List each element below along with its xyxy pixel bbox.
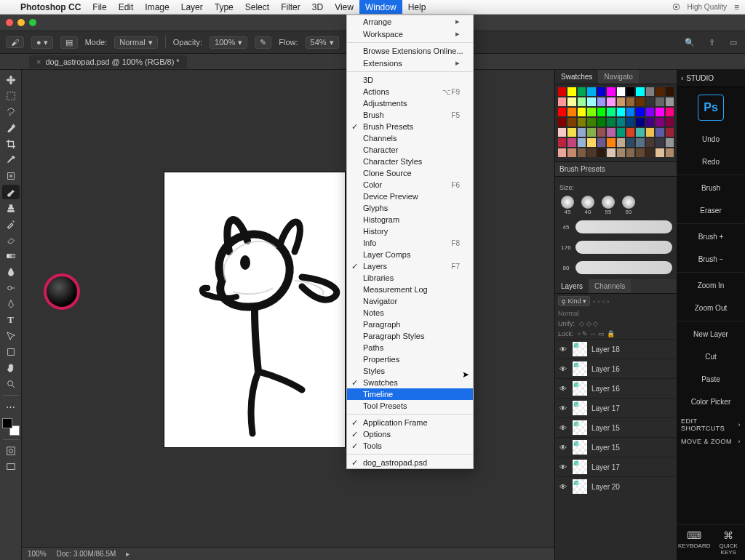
swatch[interactable] xyxy=(558,108,566,116)
menu-item-workspace[interactable]: Workspace▸ xyxy=(347,28,473,40)
minimize-icon[interactable] xyxy=(17,19,25,26)
blur-tool[interactable] xyxy=(2,265,20,279)
visibility-icon[interactable]: 👁 xyxy=(558,444,568,452)
canvas-area[interactable]: 100% Doc: 3.00M/86.5M ▸ xyxy=(22,70,554,560)
swatch[interactable] xyxy=(626,108,634,116)
menu-item-tools[interactable]: Tools xyxy=(347,440,473,452)
menu-layer[interactable]: Layer xyxy=(175,0,209,14)
swatch[interactable] xyxy=(646,97,654,106)
crop-tool[interactable] xyxy=(2,137,20,151)
menu-item-styles[interactable]: Styles xyxy=(347,365,473,377)
window-menu-dropdown[interactable]: Arrange▸Workspace▸Browse Extensions Onli… xyxy=(346,15,474,469)
blend-mode-select[interactable]: Normal xyxy=(555,308,677,319)
brush-preset[interactable]: 55 xyxy=(600,196,616,215)
swatch[interactable] xyxy=(578,118,586,127)
swatch[interactable] xyxy=(666,97,674,106)
swatch[interactable] xyxy=(578,87,586,96)
layers-tab[interactable]: Layers xyxy=(555,279,589,293)
menu-item-dog-astropad-psd[interactable]: dog_astropad.psd xyxy=(347,457,473,468)
swatch[interactable] xyxy=(607,138,615,147)
zoom-tool[interactable] xyxy=(2,377,20,391)
swatch[interactable] xyxy=(636,97,644,106)
document-tab[interactable]: × dog_astropad.psd @ 100% (RGB/8) * xyxy=(29,55,187,68)
visibility-icon[interactable]: 👁 xyxy=(558,463,568,471)
menu-item-libraries[interactable]: Libraries xyxy=(347,272,473,284)
hand-tool[interactable] xyxy=(2,361,20,375)
swatch[interactable] xyxy=(646,118,654,127)
swatch[interactable] xyxy=(597,97,605,106)
swatch[interactable] xyxy=(617,138,625,147)
swatch[interactable] xyxy=(666,118,674,127)
menu-file[interactable]: File xyxy=(87,0,112,14)
swatch[interactable] xyxy=(666,108,674,116)
menu-select[interactable]: Select xyxy=(239,0,275,14)
visibility-icon[interactable]: 👁 xyxy=(558,483,568,491)
swatch[interactable] xyxy=(587,97,595,106)
swatch[interactable] xyxy=(626,97,634,106)
healing-tool[interactable] xyxy=(2,169,20,183)
swatch[interactable] xyxy=(558,148,566,157)
brush-presets-header[interactable]: Brush Presets xyxy=(555,161,677,177)
swatch[interactable] xyxy=(567,148,575,157)
lasso-tool[interactable] xyxy=(2,105,20,119)
stamp-tool[interactable] xyxy=(2,201,20,215)
swatch[interactable] xyxy=(567,138,575,147)
swatch[interactable] xyxy=(558,118,566,127)
swatch[interactable] xyxy=(597,138,605,147)
menu-item-glyphs[interactable]: Glyphs xyxy=(347,202,473,214)
studio-brush-minus[interactable]: Brush − xyxy=(677,248,745,271)
menu-item-paragraph-styles[interactable]: Paragraph Styles xyxy=(347,330,473,342)
swatch[interactable] xyxy=(636,128,644,137)
swatch[interactable] xyxy=(578,138,586,147)
swatch[interactable] xyxy=(607,97,615,106)
studio-zoom-out[interactable]: Zoom Out xyxy=(677,297,745,319)
studio-undo[interactable]: Undo xyxy=(677,128,745,151)
menu-item-arrange[interactable]: Arrange▸ xyxy=(347,15,473,28)
swatch[interactable] xyxy=(607,148,615,157)
swatch[interactable] xyxy=(626,118,634,127)
swatch[interactable] xyxy=(666,138,674,147)
type-tool[interactable]: T xyxy=(2,313,20,327)
menu-item-channels[interactable]: Channels xyxy=(347,132,473,144)
visibility-icon[interactable]: 👁 xyxy=(558,345,568,353)
menu-item-layer-comps[interactable]: Layer Comps xyxy=(347,249,473,260)
swatch[interactable] xyxy=(567,128,575,137)
menu-item-layers[interactable]: LayersF7 xyxy=(347,260,473,272)
swatch[interactable] xyxy=(656,97,664,106)
menu-item-swatches[interactable]: Swatches xyxy=(347,377,473,388)
pen-tool[interactable] xyxy=(2,297,20,311)
menu-item-navigator[interactable]: Navigator xyxy=(347,295,473,307)
swatch[interactable] xyxy=(597,148,605,157)
menu-item-adjustments[interactable]: Adjustments xyxy=(347,97,473,109)
menu-item-info[interactable]: InfoF8 xyxy=(347,237,473,249)
layer-filter-select[interactable]: ϙ Kind ▾ xyxy=(558,296,590,306)
swatch[interactable] xyxy=(558,138,566,147)
swatch[interactable] xyxy=(646,108,654,116)
eraser-tool[interactable] xyxy=(2,233,20,247)
menu-edit[interactable]: Edit xyxy=(113,0,140,14)
swatch[interactable] xyxy=(587,148,595,157)
swatch[interactable] xyxy=(558,128,566,137)
layer-item[interactable]: 👁Layer 17 xyxy=(555,398,677,417)
swatch[interactable] xyxy=(636,108,644,116)
swatch[interactable] xyxy=(578,97,586,106)
studio-keyboard[interactable]: ⌨KEYBOARD xyxy=(677,525,712,560)
share-icon[interactable]: ⇪ xyxy=(706,36,717,48)
swatch[interactable] xyxy=(646,128,654,137)
brush-preset[interactable]: 50 xyxy=(621,196,637,215)
history-brush-tool[interactable] xyxy=(2,217,20,231)
wand-tool[interactable] xyxy=(2,121,20,135)
menu-item-history[interactable]: History xyxy=(347,225,473,237)
swatch[interactable] xyxy=(666,148,674,157)
layer-item[interactable]: 👁Layer 17 xyxy=(555,457,677,476)
menu-item-notes[interactable]: Notes xyxy=(347,307,473,319)
swatch[interactable] xyxy=(636,118,644,127)
menu-view[interactable]: View xyxy=(329,0,359,14)
swatch[interactable] xyxy=(626,128,634,137)
document-canvas[interactable] xyxy=(164,172,346,448)
menu-3d[interactable]: 3D xyxy=(306,0,329,14)
swatch[interactable] xyxy=(567,118,575,127)
menu-item-timeline[interactable]: Timeline xyxy=(347,388,473,400)
swatch[interactable] xyxy=(587,108,595,116)
swatch[interactable] xyxy=(666,128,674,137)
